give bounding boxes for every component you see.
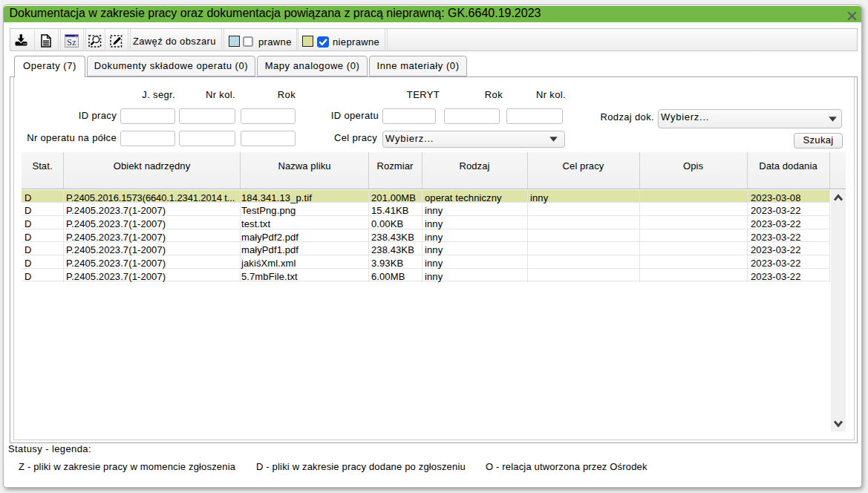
svg-text:Sz: Sz bbox=[67, 36, 76, 47]
